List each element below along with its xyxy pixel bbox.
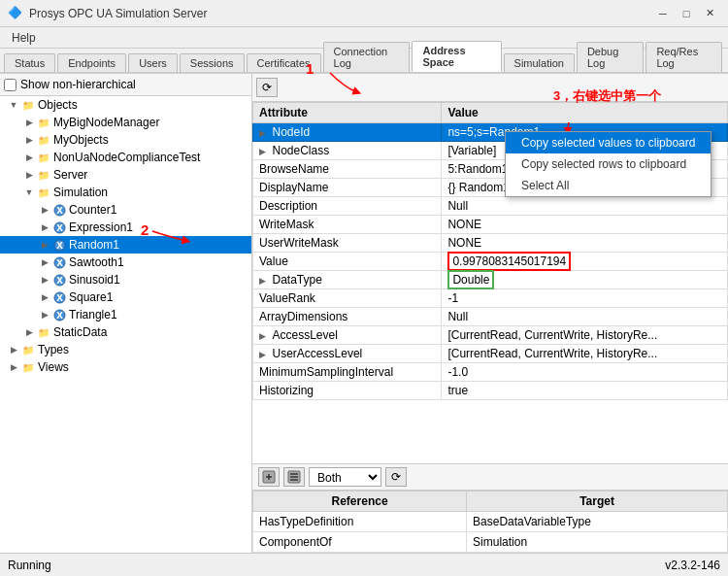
tree-item-types[interactable]: ▶📁Types [0,341,251,358]
attr-refresh-button[interactable]: ⟳ [256,78,278,97]
tree-label-triangle1: Triangle1 [69,308,117,322]
non-hierarchical-checkbox-label[interactable]: Show non-hierarchical [4,78,248,91]
tree-item-counter1[interactable]: ▶xCounter1 [0,201,251,219]
tree-label-simulation: Simulation [53,186,108,199]
tree-label-sinusoid1: Sinusoid1 [69,273,120,287]
tab-connection-log[interactable]: Connection Log [323,42,411,72]
attr-row-14[interactable]: Historizingtrue [253,382,728,400]
tree-item-triangle1[interactable]: ▶xTriangle1 [0,306,251,323]
tree-item-mybignodemanager[interactable]: ▶📁MyBigNodeManager [0,114,251,131]
attr-cell-value-7: 0.9978083145017194 [442,253,728,271]
attr-row-10[interactable]: ArrayDimensionsNull [253,308,728,326]
tree-panel: Show non-hierarchical ▼📁Objects▶📁MyBigNo… [0,74,252,553]
minimize-button[interactable]: ─ [652,5,674,22]
tab-sessions[interactable]: Sessions [180,53,245,72]
tree-label-sawtooth1: Sawtooth1 [69,255,124,269]
tree-expand-views[interactable]: ▶ [8,361,19,373]
attr-cell-value-8: Double [442,271,728,289]
attr-cell-value-14: true [442,382,728,400]
tree-icon-views: 📁 [21,360,35,374]
tree-icon-counter1: x [52,203,66,217]
attr-cell-value-9: -1 [442,289,728,308]
tree-expand-expression1[interactable]: ▶ [39,221,50,233]
tree-expand-nonuanodecompliance[interactable]: ▶ [23,152,35,163]
ref-refresh-button[interactable]: ⟳ [385,467,407,487]
tree-item-nonuanodecompliance[interactable]: ▶📁NonUaNodeComplianceTest [0,149,251,166]
attr-row-9[interactable]: ValueRank-1 [253,289,728,308]
tree-expand-counter1[interactable]: ▶ [39,204,50,216]
context-menu-item-2[interactable]: Select All [506,175,711,196]
tree-item-square1[interactable]: ▶xSquare1 [0,288,251,306]
tree-item-staticdata[interactable]: ▶📁StaticData [0,323,251,341]
tree-label-mybignodemanager: MyBigNodeManager [53,116,159,129]
tab-address-space[interactable]: Address Space [412,41,501,72]
tree-item-objects[interactable]: ▼📁Objects [0,96,251,114]
attr-row-8[interactable]: ▶ DataTypeDouble [253,271,728,289]
tree-expand-sinusoid1[interactable]: ▶ [39,274,50,286]
attr-cell-name-9: ValueRank [253,289,442,308]
value-highlight-span: 0.9978083145017194 [447,252,571,271]
tab-req-res-log[interactable]: Req/Res Log [645,42,722,72]
tree-item-views[interactable]: ▶📁Views [0,358,251,376]
tree-expand-objects[interactable]: ▼ [8,99,19,111]
tree-icon-expression1: x [52,220,66,234]
tree-expand-staticdata[interactable]: ▶ [23,326,35,338]
attr-row-6[interactable]: UserWriteMaskNONE [253,234,728,253]
context-menu-item-1[interactable]: Copy selected rows to clipboard [506,153,711,175]
attr-col-attribute: Attribute [253,103,442,123]
tab-debug-log[interactable]: Debug Log [577,42,644,72]
attr-cell-value-13: -1.0 [442,363,728,382]
non-hierarchical-checkbox[interactable] [4,79,17,91]
ref-btn-2[interactable] [283,467,305,487]
attr-col-value: Value [442,103,728,123]
tree-expand-triangle1[interactable]: ▶ [39,309,50,321]
attr-cell-value-11: [CurrentRead, CurrentWrite, HistoryRe... [442,326,728,345]
tab-status[interactable]: Status [4,53,55,72]
close-button[interactable]: ✕ [699,5,720,22]
tree-item-sinusoid1[interactable]: ▶xSinusoid1 [0,271,251,288]
attr-row-12[interactable]: ▶ UserAccessLevel[CurrentRead, CurrentWr… [253,345,728,363]
tree-item-myobjects[interactable]: ▶📁MyObjects [0,131,251,149]
tree-item-server[interactable]: ▶📁Server [0,166,251,184]
tree-icon-sawtooth1: x [52,255,66,269]
tree-expand-mybignodemanager[interactable]: ▶ [23,117,35,128]
attr-row-11[interactable]: ▶ AccessLevel[CurrentRead, CurrentWrite,… [253,326,728,345]
menu-help[interactable]: Help [4,29,44,47]
ref-col-target: Target [467,491,728,512]
tree-expand-square1[interactable]: ▶ [39,291,50,303]
attr-row-13[interactable]: MinimumSamplingInterval-1.0 [253,363,728,382]
tree-expand-types[interactable]: ▶ [8,344,19,356]
attr-row-4[interactable]: DescriptionNull [253,197,728,216]
status-text: Running [8,559,51,572]
attr-toolbar: ⟳ [252,74,728,102]
context-menu-item-0[interactable]: Copy selected values to clipboard [506,132,711,153]
tree-expand-sawtooth1[interactable]: ▶ [39,256,50,268]
maximize-button[interactable]: □ [676,5,697,22]
tree-expand-server[interactable]: ▶ [23,169,35,181]
tree-item-random1[interactable]: ▶xRandom1 [0,236,251,254]
version-text: v2.3.2-146 [665,559,720,572]
attr-cell-value-4: Null [442,197,728,216]
tab-certificates[interactable]: Certificates [247,53,321,72]
tree-expand-simulation[interactable]: ▼ [23,186,35,198]
tab-simulation[interactable]: Simulation [504,53,575,72]
attr-cell-name-13: MinimumSamplingInterval [253,363,442,382]
svg-text:x: x [56,309,63,322]
attr-row-7[interactable]: Value0.9978083145017194 [253,253,728,271]
ref-btn-1[interactable] [258,467,280,487]
tree-expand-random1[interactable]: ▶ [39,239,50,251]
context-menu: Copy selected values to clipboardCopy se… [505,131,711,197]
ref-row-0: HasTypeDefinitionBaseDataVariableType [253,512,728,532]
tree-expand-myobjects[interactable]: ▶ [23,134,35,146]
tab-endpoints[interactable]: Endpoints [57,53,126,72]
attr-row-5[interactable]: WriteMaskNONE [253,216,728,234]
attr-cell-name-12: ▶ UserAccessLevel [253,345,442,363]
tab-users[interactable]: Users [128,53,178,72]
tree-item-expression1[interactable]: ▶xExpression1 [0,219,251,236]
tree-item-sawtooth1[interactable]: ▶xSawtooth1 [0,254,251,271]
tree-item-simulation[interactable]: ▼📁Simulation [0,184,251,201]
tree-container: ▼📁Objects▶📁MyBigNodeManager▶📁MyObjects▶📁… [0,96,251,376]
tree-label-server: Server [53,168,87,182]
attr-cell-name-7: Value [253,253,442,271]
ref-direction-dropdown[interactable]: Both Forward Inverse [309,467,381,487]
